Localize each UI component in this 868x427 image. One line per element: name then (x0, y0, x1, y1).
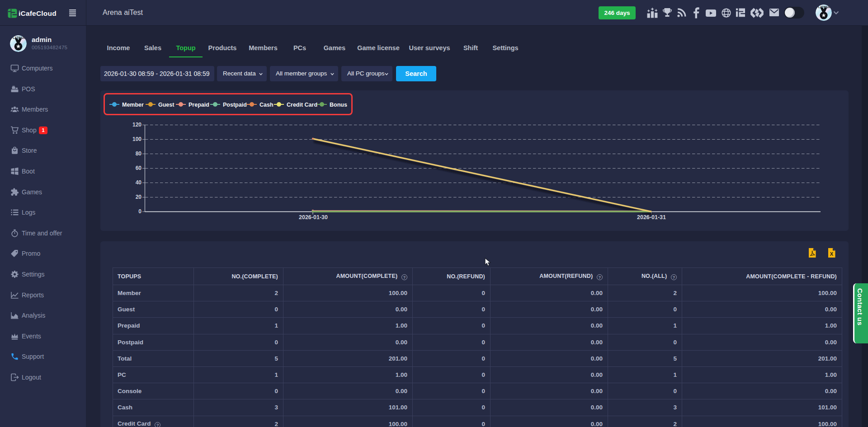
svg-text:100: 100 (132, 136, 142, 142)
svg-text:0: 0 (138, 208, 142, 215)
svg-text:X: X (830, 251, 834, 257)
svg-text:2026-01-30: 2026-01-30 (299, 214, 328, 221)
svg-text:20: 20 (136, 194, 142, 200)
svg-text:80: 80 (136, 150, 142, 157)
svg-text:2026-01-31: 2026-01-31 (637, 214, 666, 221)
svg-text:PLATINUM: PLATINUM (816, 5, 831, 9)
svg-text:PLATINUM: PLATINUM (11, 36, 26, 39)
svg-text:60: 60 (136, 165, 142, 171)
svg-text:120: 120 (132, 122, 142, 128)
svg-text:40: 40 (136, 179, 142, 186)
